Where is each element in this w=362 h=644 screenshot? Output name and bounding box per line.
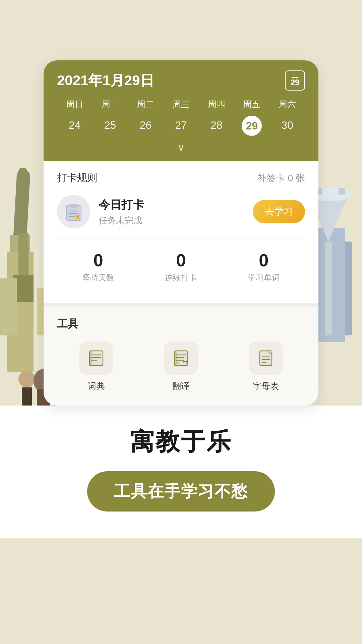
stat-words: 0 学习单词 xyxy=(222,250,305,283)
stat-persistence: 0 坚持天数 xyxy=(57,250,140,283)
date-30[interactable]: 30 xyxy=(269,116,305,136)
translate-icon xyxy=(172,349,190,368)
bottom-cta-button[interactable]: 工具在手学习不愁 xyxy=(87,471,275,512)
tool-dictionary-icon-wrap xyxy=(79,341,113,375)
date-28[interactable]: 28 xyxy=(199,116,234,136)
tool-alphabet[interactable]: 字母表 xyxy=(227,341,305,392)
task-status: 任务未完成 xyxy=(99,215,245,226)
calendar-title: 2021年1月29日 xyxy=(57,71,154,90)
date-27[interactable]: 27 xyxy=(163,116,199,136)
weekday-tue: 周二 xyxy=(128,99,163,110)
date-24[interactable]: 24 xyxy=(57,116,93,136)
svg-rect-39 xyxy=(89,351,92,366)
bottom-section: 寓教于乐 工具在手学习不愁 xyxy=(0,406,362,538)
checkin-section: 打卡规则 补签卡 0 张 xyxy=(44,161,318,297)
tool-alphabet-label: 字母表 xyxy=(253,380,279,392)
checkin-task-row: 今日打卡 任务未完成 去学习 xyxy=(57,195,305,228)
stat-words-label: 学习单词 xyxy=(222,272,305,283)
bottom-tagline: 寓教于乐 xyxy=(0,426,362,458)
alphabet-icon xyxy=(256,349,275,368)
tool-dictionary[interactable]: 词典 xyxy=(57,341,135,392)
date-row: 24 25 26 27 28 29 30 xyxy=(57,116,305,136)
calendar-section: 2021年1月29日 ▬▬ 29 周日 周一 周二 周三 周四 周五 周六 xyxy=(44,60,318,161)
tool-alphabet-icon-wrap xyxy=(249,341,283,375)
tools-title: 工具 xyxy=(57,317,305,331)
stats-row: 0 坚持天数 0 连续打卡 0 学习单词 xyxy=(57,247,305,286)
date-26[interactable]: 26 xyxy=(128,116,163,136)
divider xyxy=(57,238,305,239)
calendar-expand-button[interactable]: ∨ xyxy=(57,139,305,154)
task-icon-wrap xyxy=(57,195,90,228)
stat-persistence-label: 坚持天数 xyxy=(57,272,140,283)
expand-chevron-icon: ∨ xyxy=(178,142,185,153)
go-study-button[interactable]: 去学习 xyxy=(253,200,305,223)
stat-words-value: 0 xyxy=(222,250,305,270)
dictionary-icon xyxy=(87,349,106,368)
calendar-icon-button[interactable]: ▬▬ 29 xyxy=(285,70,305,91)
stat-streak-value: 0 xyxy=(140,250,223,270)
tool-translate-icon-wrap xyxy=(164,341,198,375)
task-text-block: 今日打卡 任务未完成 xyxy=(99,197,245,226)
date-25[interactable]: 25 xyxy=(93,116,128,136)
weekday-sun: 周日 xyxy=(57,99,93,110)
tools-grid: 词典 xyxy=(57,341,305,392)
tool-translate[interactable]: 翻译 xyxy=(142,341,220,392)
tools-section: 工具 词典 xyxy=(44,303,318,406)
weekday-row: 周日 周一 周二 周三 周四 周五 周六 xyxy=(57,99,305,110)
weekday-thu: 周四 xyxy=(199,99,234,110)
stat-persistence-value: 0 xyxy=(57,250,140,270)
checkin-cards-label: 补签卡 0 张 xyxy=(257,172,305,184)
tool-translate-label: 翻译 xyxy=(172,380,190,392)
weekday-sat: 周六 xyxy=(269,99,305,110)
checkin-header: 打卡规则 补签卡 0 张 xyxy=(57,171,305,185)
weekday-wed: 周三 xyxy=(163,99,199,110)
task-name: 今日打卡 xyxy=(99,197,245,213)
tool-dictionary-label: 词典 xyxy=(87,380,105,392)
weekday-mon: 周一 xyxy=(93,99,128,110)
svg-point-47 xyxy=(185,361,187,363)
weekday-fri: 周五 xyxy=(234,99,270,110)
calendar-icon-day: 29 xyxy=(291,78,300,87)
stat-streak: 0 连续打卡 xyxy=(140,250,223,283)
main-card: 2021年1月29日 ▬▬ 29 周日 周一 周二 周三 周四 周五 周六 xyxy=(44,60,318,406)
svg-rect-45 xyxy=(174,351,177,366)
checkin-title: 打卡规则 xyxy=(57,171,97,185)
date-29-selected[interactable]: 29 xyxy=(242,116,262,136)
task-clipboard-icon xyxy=(63,201,84,222)
svg-rect-29 xyxy=(70,204,77,208)
stat-streak-label: 连续打卡 xyxy=(140,272,223,283)
svg-point-46 xyxy=(183,361,185,363)
